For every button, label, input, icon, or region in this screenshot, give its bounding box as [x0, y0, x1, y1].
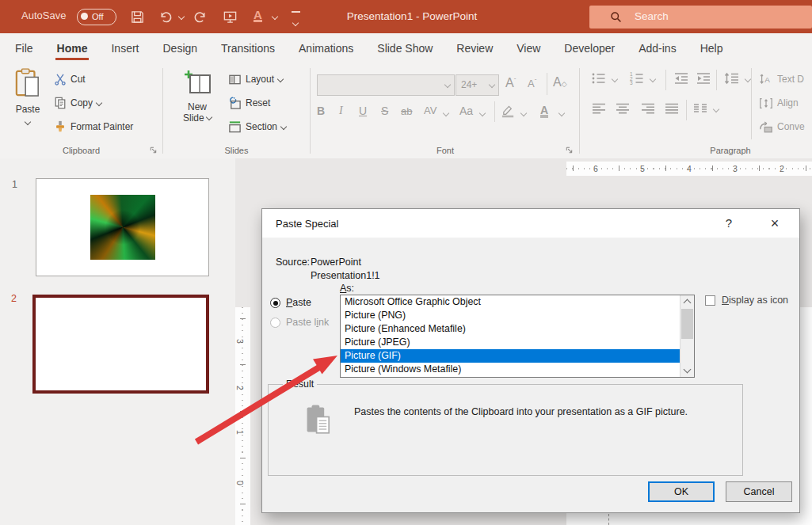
bold-button[interactable]: B — [317, 105, 325, 117]
tab-help[interactable]: Help — [688, 35, 735, 63]
font-color-dropdown-icon[interactable] — [558, 110, 565, 116]
clipboard-dialog-launcher-icon[interactable] — [149, 146, 158, 154]
redo-icon[interactable] — [193, 10, 208, 25]
tab-slideshow[interactable]: Slide Show — [365, 35, 444, 63]
text-shadow-button[interactable]: S — [381, 105, 388, 117]
tab-developer[interactable]: Developer — [552, 35, 627, 63]
display-as-icon-label[interactable]: Display as icon — [722, 295, 788, 306]
bullets-button[interactable] — [591, 71, 607, 86]
layout-dropdown-icon[interactable] — [277, 76, 284, 82]
tab-design[interactable]: Design — [151, 35, 209, 63]
strikethrough-button[interactable]: ab — [401, 105, 412, 117]
numbering-dropdown-icon[interactable] — [650, 76, 656, 82]
undo-icon[interactable] — [158, 10, 173, 25]
line-spacing-dropdown-icon[interactable] — [745, 76, 751, 82]
italic-button[interactable]: I — [339, 105, 343, 117]
reset-button[interactable]: Reset — [228, 93, 270, 112]
customize-qat-icon[interactable] — [292, 11, 300, 29]
font-size-dropdown-icon[interactable] — [489, 82, 495, 88]
decrease-indent-button[interactable] — [673, 71, 689, 86]
tab-home[interactable]: Home — [45, 35, 100, 63]
align-center-button[interactable] — [615, 101, 631, 116]
tab-review[interactable]: Review — [444, 35, 505, 63]
tab-animations[interactable]: Animations — [287, 35, 365, 63]
start-slideshow-icon[interactable] — [223, 10, 238, 25]
paste-radio-label[interactable]: Paste — [286, 297, 311, 308]
ok-button[interactable]: OK — [648, 481, 715, 502]
columns-button[interactable] — [692, 101, 708, 116]
new-slide-button[interactable]: New Slide — [174, 68, 220, 124]
font-color-button[interactable]: A — [540, 104, 548, 118]
increase-indent-button[interactable] — [696, 71, 711, 86]
list-item[interactable]: Picture (PNG) — [341, 309, 694, 322]
new-slide-dropdown-icon[interactable] — [206, 114, 212, 120]
list-item[interactable]: Picture (Windows Metafile) — [341, 363, 694, 376]
autosave-toggle[interactable]: Off — [77, 9, 116, 25]
section-dropdown-icon[interactable] — [280, 124, 287, 130]
dialog-help-button[interactable]: ? — [715, 214, 742, 233]
dialog-title-bar[interactable]: Paste Special ? × — [262, 209, 799, 238]
paste-radio[interactable] — [270, 298, 280, 308]
result-description: Pastes the contents of the Clipboard int… — [354, 404, 734, 420]
vertical-ruler[interactable]: 3 2 1 0 — [235, 307, 250, 525]
character-spacing-dropdown-icon[interactable] — [443, 110, 449, 116]
shrink-font-button[interactable]: Aˇ — [528, 78, 536, 89]
numbering-button[interactable] — [629, 71, 645, 86]
align-text-button[interactable]: Align — [759, 93, 799, 112]
layout-label: Layout — [246, 74, 274, 85]
layout-button[interactable]: Layout — [228, 70, 283, 89]
cut-button[interactable]: Cut — [54, 70, 86, 89]
font-color-dropdown-icon[interactable] — [272, 13, 278, 20]
scroll-down-icon[interactable] — [684, 366, 692, 374]
clear-formatting-button[interactable]: A◇ — [553, 75, 567, 89]
undo-dropdown-icon[interactable] — [178, 13, 185, 20]
paste-button[interactable]: Paste — [8, 68, 48, 129]
dialog-close-button[interactable]: × — [761, 214, 788, 233]
slide-1-thumbnail[interactable] — [36, 178, 209, 276]
display-as-icon-checkbox[interactable] — [705, 295, 715, 306]
font-color-qat-icon[interactable]: A — [254, 8, 262, 22]
cancel-button[interactable]: Cancel — [726, 481, 792, 502]
columns-dropdown-icon[interactable] — [713, 106, 719, 112]
font-size-combo[interactable]: 24+ — [456, 74, 499, 96]
list-item[interactable]: Picture (Enhanced Metafile) — [341, 322, 694, 336]
align-right-button[interactable] — [640, 101, 656, 116]
list-item[interactable]: Picture (GIF) — [341, 349, 694, 363]
paste-as-listbox[interactable]: Microsoft Office Graphic Object Picture … — [340, 295, 695, 378]
paste-dropdown-icon[interactable] — [25, 119, 31, 125]
horizontal-ruler[interactable]: 6 5 4 3 2 — [566, 162, 812, 176]
copy-dropdown-icon[interactable] — [96, 100, 102, 106]
underline-button[interactable]: U — [359, 105, 367, 117]
change-case-button[interactable]: Aa — [459, 105, 473, 117]
tab-transitions[interactable]: Transitions — [209, 35, 287, 63]
text-direction-button[interactable]: Text D — [759, 70, 804, 89]
listbox-scrollbar[interactable] — [680, 295, 694, 377]
search-box[interactable]: Search — [589, 6, 812, 29]
scrollbar-thumb[interactable] — [681, 309, 693, 339]
tab-file[interactable]: File — [3, 35, 45, 63]
font-name-combo[interactable] — [317, 74, 455, 96]
character-spacing-button[interactable]: AV — [424, 105, 436, 116]
slide-2-thumbnail-selected[interactable] — [32, 295, 209, 394]
line-spacing-button[interactable] — [724, 71, 740, 86]
align-left-button[interactable] — [591, 101, 607, 116]
save-icon[interactable] — [130, 10, 145, 25]
list-item[interactable]: Picture (JPEG) — [341, 336, 694, 349]
change-case-dropdown-icon[interactable] — [479, 110, 486, 116]
tab-insert[interactable]: Insert — [99, 35, 151, 63]
bullets-dropdown-icon[interactable] — [612, 76, 618, 82]
section-button[interactable]: Section — [228, 117, 286, 136]
copy-button[interactable]: Copy — [54, 93, 101, 112]
highlight-color-button[interactable] — [501, 104, 516, 118]
grow-font-button[interactable]: Aˆ — [505, 76, 516, 90]
justify-button[interactable] — [664, 101, 680, 116]
tab-addins[interactable]: Add-ins — [627, 35, 688, 63]
highlight-dropdown-icon[interactable] — [520, 110, 527, 116]
font-name-dropdown-icon[interactable] — [444, 82, 451, 88]
convert-to-smartart-button[interactable]: Conve — [759, 117, 805, 136]
tab-view[interactable]: View — [505, 35, 552, 63]
scroll-up-icon[interactable] — [684, 299, 692, 307]
list-item[interactable]: Microsoft Office Graphic Object — [341, 295, 694, 309]
format-painter-button[interactable]: Format Painter — [54, 117, 133, 136]
font-dialog-launcher-icon[interactable] — [565, 146, 574, 154]
